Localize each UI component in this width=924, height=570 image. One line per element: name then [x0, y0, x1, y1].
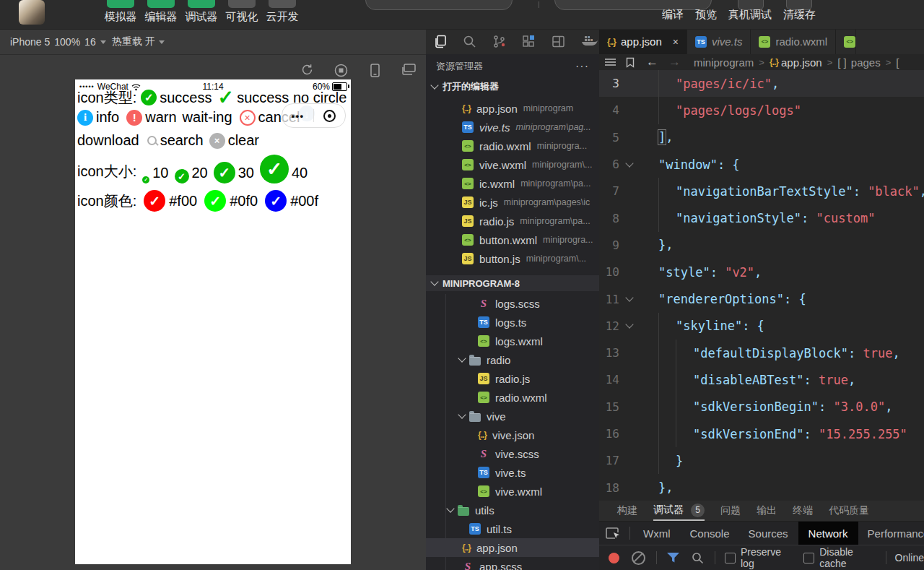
code-line[interactable]: 18}, [599, 474, 924, 501]
action-预览[interactable]: 预览 [695, 8, 717, 22]
throttling-select[interactable]: Online [895, 552, 924, 563]
search-icon[interactable] [692, 552, 704, 564]
source-control-icon[interactable] [492, 35, 506, 48]
code-line[interactable]: 11"rendererOptions": { [599, 285, 924, 312]
tree-item[interactable]: {..}app.json [426, 538, 599, 557]
code-line[interactable]: 16"sdkVersionEnd": "15.255.255" [599, 420, 924, 447]
panel-tab-终端[interactable]: 终端 [793, 501, 813, 521]
breadcrumb-file[interactable]: app.json [781, 56, 822, 69]
code-line[interactable]: 3"pages/ic/ic", [599, 70, 924, 97]
open-editor-item[interactable]: TSvive.tsminiprogram\pag... [426, 118, 599, 137]
open-editors-header[interactable]: 打开的编辑器 [426, 79, 599, 95]
panel-toggle-可视化[interactable]: 可视化 [225, 0, 258, 24]
open-editor-item[interactable]: JSradio.jsminiprogram\pa... [426, 212, 599, 230]
panel-toggle-云开发[interactable]: 云开发 [266, 0, 299, 24]
action-编译[interactable]: 编译 [662, 8, 684, 22]
panel-toggle-调试器[interactable]: 调试器 [185, 0, 218, 24]
tree-item[interactable]: TSutil.ts [426, 519, 599, 538]
tree-item[interactable]: TSvive.ts [426, 463, 599, 482]
tree-item[interactable]: <>logs.wxml [426, 332, 599, 350]
panel-tab-代码质量[interactable]: 代码质量 [829, 501, 869, 521]
capsule-exit-icon[interactable] [314, 110, 345, 122]
devtools-tab-Console[interactable]: Console [690, 527, 730, 540]
panel-tab-调试器[interactable]: 调试器5 [653, 501, 705, 521]
open-editor-item[interactable]: <>ic.wxmlminiprogram\pa... [426, 174, 599, 193]
phone-simulator-canvas[interactable]: ••••• WeChat 11:14 60% icon类型: ✓ success… [75, 79, 351, 564]
code-lines[interactable]: 3"pages/ic/ic",4"pages/logs/logs"5],6"wi… [599, 70, 924, 501]
tree-item[interactable]: Svive.scss [426, 444, 599, 463]
code-line[interactable]: 14"disableABTest": true, [599, 366, 924, 393]
tree-item[interactable]: Slogs.scss [426, 294, 599, 313]
breadcrumb-pages[interactable]: pages [851, 56, 881, 69]
fold-chevron-icon[interactable] [625, 159, 633, 167]
mode-selector-dropdown[interactable] [365, 0, 513, 10]
filter-icon[interactable] [666, 552, 680, 563]
stop-icon[interactable] [334, 64, 348, 77]
code-line[interactable]: 12"skyline": { [599, 313, 924, 340]
code-line[interactable]: 4"pages/logs/logs" [599, 97, 924, 124]
action-真机调试[interactable]: 真机调试 [728, 8, 772, 22]
open-editor-item[interactable]: {..}app.jsonminiprogram [426, 99, 599, 118]
editor-tab-vive.ts[interactable]: TSvive.ts [687, 29, 751, 54]
tree-item[interactable]: utils [426, 501, 599, 519]
forward-icon[interactable]: → [668, 55, 681, 69]
close-icon[interactable]: × [673, 36, 679, 48]
panel-toggle-模拟器[interactable]: 模拟器 [104, 0, 137, 24]
code-line[interactable]: 6"window": { [599, 151, 924, 178]
search-icon[interactable] [463, 35, 476, 48]
code-line[interactable]: 8"navigationStyle": "custom" [599, 204, 924, 231]
more-actions-icon[interactable]: ··· [575, 60, 589, 73]
record-button[interactable] [609, 553, 619, 563]
panel-tab-输出[interactable]: 输出 [757, 501, 777, 521]
fold-chevron-icon[interactable] [625, 321, 633, 329]
open-editor-item[interactable]: <>button.wxmlminiprogra... [426, 230, 599, 249]
open-editor-item[interactable]: JSic.jsminiprogram\pages\ic [426, 193, 599, 212]
back-icon[interactable]: ← [646, 55, 658, 69]
hot-reload-toggle[interactable]: 热重载 开 [112, 29, 165, 54]
inspect-element-icon[interactable] [605, 526, 621, 540]
tree-item[interactable]: radio [426, 350, 599, 369]
code-line[interactable]: 5], [599, 124, 924, 151]
code-editor[interactable]: ← → miniprogram > {..} app.json > [ ] pa… [599, 54, 924, 501]
open-editor-item[interactable]: JSbutton.jsminiprogram\... [426, 249, 599, 268]
clear-log-icon[interactable] [632, 551, 645, 565]
tree-item[interactable]: JSradio.js [426, 369, 599, 388]
outline-icon[interactable] [605, 58, 616, 66]
panel-tab-构建[interactable]: 构建 [617, 501, 637, 521]
project-root-header[interactable]: MINIPROGRAM-8 [426, 275, 599, 291]
tree-item[interactable]: vive [426, 407, 599, 426]
code-line[interactable]: 15"sdkVersionBegin": "3.0.0", [599, 394, 924, 420]
editor-layout-icon[interactable] [552, 35, 565, 48]
extensions-icon[interactable] [522, 35, 536, 48]
code-line[interactable]: 7"navigationBarTextStyle": "black", [599, 178, 924, 204]
capsule-menu-icon[interactable]: ••• [282, 111, 313, 121]
refresh-icon[interactable] [301, 64, 313, 76]
device-rotate-icon[interactable] [370, 64, 380, 77]
devtools-tab-Wxml[interactable]: Wxml [643, 527, 671, 540]
fold-chevron-icon[interactable] [625, 293, 633, 301]
devtools-tab-Performance[interactable]: Performance [868, 527, 924, 540]
open-editor-item[interactable]: <>vive.wxmlminiprogram\... [426, 155, 599, 174]
multi-window-icon[interactable] [401, 64, 416, 76]
code-line[interactable]: 13"defaultDisplayBlock": true, [599, 340, 924, 366]
bookmark-icon[interactable] [626, 57, 635, 68]
disable-cache-checkbox[interactable] [803, 553, 814, 563]
breadcrumb-root[interactable]: miniprogram [694, 56, 754, 69]
code-line[interactable]: 9}, [599, 232, 924, 259]
action-清缓存[interactable]: 清缓存 [783, 8, 816, 22]
editor-tab-partial[interactable]: <> [836, 29, 856, 54]
docker-whale-icon[interactable] [581, 35, 598, 48]
editor-tab-app.json[interactable]: {..}app.json× [599, 29, 687, 54]
tree-item[interactable]: TSlogs.ts [426, 313, 599, 332]
tree-item[interactable]: <>vive.wxml [426, 482, 599, 501]
tree-item[interactable]: {..}vive.json [426, 426, 599, 444]
tree-item[interactable]: <>radio.wxml [426, 388, 599, 407]
panel-toggle-编辑器[interactable]: 编辑器 [144, 0, 178, 24]
tree-item[interactable]: Sapp.scss [426, 557, 599, 570]
devtools-tab-Network[interactable]: Network [798, 522, 858, 545]
editor-tab-radio.wxml[interactable]: <>radio.wxml [751, 29, 836, 54]
code-line[interactable]: 10"style": "v2", [599, 259, 924, 285]
panel-tab-问题[interactable]: 问题 [720, 501, 741, 521]
files-icon[interactable] [433, 35, 447, 48]
user-avatar[interactable] [19, 0, 45, 25]
